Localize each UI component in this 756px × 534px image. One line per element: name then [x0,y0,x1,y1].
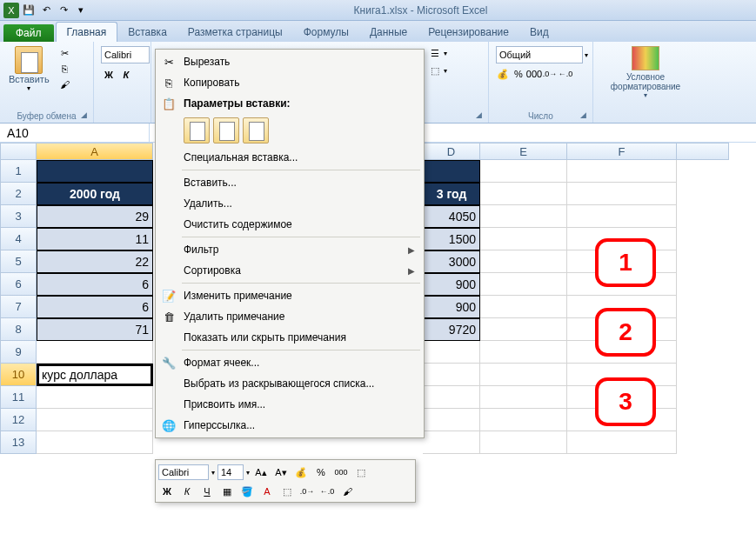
cell-E1[interactable] [480,160,567,183]
ctx-format-cells[interactable]: 🔧Формат ячеек... [156,352,424,373]
mini-border-icon[interactable]: ▦ [218,483,236,500]
ctx-delete[interactable]: Удалить... [156,193,424,214]
mini-font-color-icon[interactable]: A [258,483,276,500]
cell-F2[interactable] [567,183,677,205]
select-all-corner[interactable] [0,143,37,160]
mini-currency-icon[interactable]: 💰 [292,464,310,481]
mini-merge-icon[interactable]: ⬚ [278,483,296,500]
cell-D6[interactable]: 900 [423,273,480,296]
cell-E7[interactable] [480,296,567,318]
wrap-text-icon[interactable]: ☰ [428,46,442,60]
row-header-9[interactable]: 9 [0,341,37,364]
cell-A10[interactable]: курс доллара [37,364,153,386]
cell-D3[interactable]: 4050 [423,205,480,228]
ctx-insert[interactable]: Вставить... [156,172,424,193]
cell-F3[interactable] [567,205,677,228]
mini-shrink-font-icon[interactable]: A▾ [272,464,290,481]
cell-A7[interactable]: 6 [37,296,153,318]
cell-E3[interactable] [480,205,567,228]
currency-icon[interactable]: 💰 [496,67,510,81]
conditional-formatting-button[interactable]: Условное форматирование ▾ [599,44,692,101]
col-header-F[interactable]: F [567,143,677,160]
cell-D11[interactable] [423,386,480,409]
tab-insert[interactable]: Вставка [117,23,177,42]
row-header-12[interactable]: 12 [0,409,37,431]
save-icon[interactable]: 💾 [21,3,37,18]
row-header-11[interactable]: 11 [0,386,37,409]
number-dialog-launcher[interactable]: ◢ [580,110,591,121]
row-header-4[interactable]: 4 [0,228,37,250]
font-name-combo[interactable] [101,46,150,63]
ctx-hyperlink[interactable]: 🌐Гиперссылка... [156,415,424,436]
format-painter-icon[interactable]: 🖌 [58,77,72,91]
cell-E2[interactable] [480,183,567,205]
cell-D2[interactable]: 3 год [423,183,480,205]
mini-inc-decimal-icon[interactable]: .0→ [298,483,316,500]
mini-comma-icon[interactable]: 000 [332,464,350,481]
cell-A6[interactable]: 6 [37,273,153,296]
row-header-6[interactable]: 6 [0,273,37,296]
align-dialog-launcher[interactable]: ◢ [476,110,486,121]
cut-icon[interactable]: ✂ [58,46,72,60]
ctx-pick-from-list[interactable]: Выбрать из раскрывающегося списка... [156,373,424,394]
col-header-G[interactable] [677,143,729,160]
name-box[interactable]: A10 [0,123,150,143]
ctx-cut[interactable]: ✂Вырезать [156,51,424,72]
ctx-copy[interactable]: ⎘Копировать [156,72,424,93]
ctx-delete-comment[interactable]: 🗑Удалить примечание [156,306,424,327]
col-header-D[interactable]: D [423,143,480,160]
mini-format-icon[interactable]: ⬚ [352,464,370,481]
cell-A1[interactable] [37,160,153,183]
cell-D4[interactable]: 1500 [423,228,480,250]
cell-E8[interactable] [480,318,567,341]
cell-E5[interactable] [480,250,567,273]
mini-percent-icon[interactable]: % [312,464,330,481]
qat-dropdown-icon[interactable]: ▾ [73,3,89,18]
cell-D5[interactable]: 3000 [423,250,480,273]
cell-D10[interactable] [423,364,480,386]
col-header-E[interactable]: E [480,143,567,160]
cell-A8[interactable]: 71 [37,318,153,341]
cell-D13[interactable] [423,431,480,454]
italic-button[interactable]: К [118,67,134,83]
col-header-A[interactable]: A [37,143,153,160]
cell-E11[interactable] [480,386,567,409]
paste-option-values[interactable] [213,117,239,144]
bold-button[interactable]: Ж [101,67,117,83]
mini-dec-decimal-icon[interactable]: ←.0 [318,483,336,500]
row-header-13[interactable]: 13 [0,431,37,454]
cell-E13[interactable] [480,431,567,454]
merge-cells-icon[interactable]: ⬚ [428,63,442,77]
tab-review[interactable]: Рецензирование [418,23,519,42]
cell-E12[interactable] [480,409,567,431]
ctx-edit-comment[interactable]: 📝Изменить примечание [156,285,424,306]
file-tab[interactable]: Файл [3,24,54,42]
ctx-clear-contents[interactable]: Очистить содержимое [156,214,424,235]
mini-fill-color-icon[interactable]: 🪣 [238,483,256,500]
cell-D9[interactable] [423,341,480,364]
row-header-7[interactable]: 7 [0,296,37,318]
paste-option-default[interactable] [184,117,210,144]
tab-formulas[interactable]: Формулы [293,23,359,42]
ctx-define-name[interactable]: Присвоить имя... [156,394,424,415]
mini-bold-button[interactable]: Ж [158,483,176,500]
cell-E9[interactable] [480,341,567,364]
mini-format-painter-icon[interactable]: 🖌 [338,483,356,500]
cell-F13[interactable] [567,431,677,454]
cell-D7[interactable]: 900 [423,296,480,318]
cell-A11[interactable] [37,386,153,409]
paste-button[interactable]: Вставить ▾ [5,44,53,110]
mini-size-combo[interactable]: 14 [217,464,244,480]
row-header-10[interactable]: 10 [0,364,37,386]
tab-home[interactable]: Главная [56,22,118,42]
cell-D1[interactable] [423,160,480,183]
cell-A13[interactable] [37,431,153,454]
cell-A3[interactable]: 29 [37,205,153,228]
cell-E6[interactable] [480,273,567,296]
mini-italic-button[interactable]: К [178,483,196,500]
number-format-combo[interactable] [496,46,583,63]
mini-underline-button[interactable]: Ч [198,483,216,500]
tab-page-layout[interactable]: Разметка страницы [177,23,293,42]
mini-font-combo[interactable]: Calibri [158,464,209,480]
percent-icon[interactable]: % [512,67,525,81]
